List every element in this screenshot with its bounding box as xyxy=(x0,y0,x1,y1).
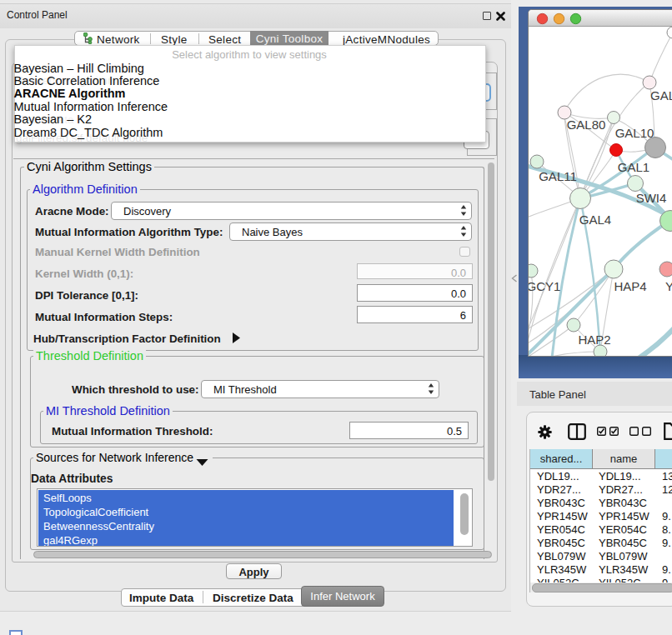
svg-text:GAL80: GAL80 xyxy=(567,118,606,132)
svg-text:HAP4: HAP4 xyxy=(614,279,646,293)
svg-text:Y: Y xyxy=(665,279,672,293)
svg-text:HAP2: HAP2 xyxy=(578,332,610,347)
svg-text:GAL10: GAL10 xyxy=(615,126,654,140)
svg-text:GAL1: GAL1 xyxy=(618,160,649,174)
svg-text:SWI4: SWI4 xyxy=(636,191,667,205)
svg-text:GAL11: GAL11 xyxy=(539,169,577,183)
svg-text:GCY1: GCY1 xyxy=(529,279,560,293)
svg-text:GAL2: GAL2 xyxy=(650,88,672,102)
svg-text:GAL4: GAL4 xyxy=(579,212,611,227)
